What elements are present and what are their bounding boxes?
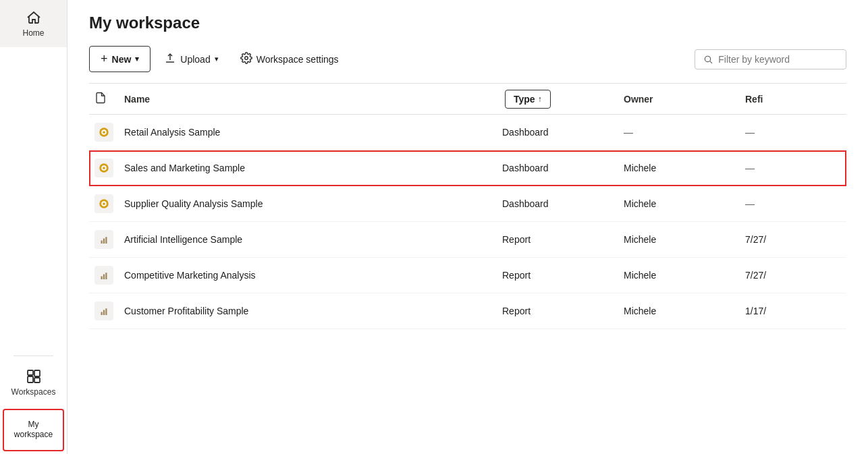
my-workspace-label: My workspace [9, 420, 57, 441]
page-title: My workspace [89, 13, 846, 32]
svg-rect-23 [101, 277, 103, 280]
chevron-down-icon: ▾ [135, 55, 139, 63]
svg-rect-29 [105, 308, 107, 315]
row-icon-cell [89, 258, 119, 293]
row-owner: Michele [618, 222, 740, 258]
svg-rect-2 [34, 378, 40, 382]
upload-label: Upload [180, 54, 210, 65]
table-row[interactable]: Customer Profitability SampleReportMiche… [89, 293, 846, 329]
svg-rect-0 [28, 376, 33, 382]
upload-button[interactable]: Upload ▾ [156, 47, 226, 72]
table-row[interactable]: Retail Analysis SampleDashboard—— [89, 115, 846, 150]
svg-rect-1 [34, 370, 40, 376]
svg-point-14 [103, 167, 105, 169]
svg-rect-24 [103, 275, 105, 280]
row-owner: — [618, 115, 740, 150]
search-icon [703, 54, 713, 65]
report-icon [94, 266, 113, 285]
row-name: Sales and Marketing Sample [119, 150, 497, 186]
svg-rect-3 [28, 370, 33, 375]
row-type: Dashboard [497, 115, 618, 150]
svg-rect-20 [103, 239, 105, 244]
gear-icon [240, 52, 252, 66]
toolbar: + New ▾ Upload ▾ [89, 46, 846, 84]
row-name: Customer Profitability Sample [119, 293, 497, 329]
table-container: Name Type ↑ Owner Refi [67, 84, 868, 454]
row-name: Competitive Marketing Analysis [119, 258, 497, 293]
row-owner: Michele [618, 150, 740, 186]
row-name: Artificial Intelligence Sample [119, 222, 497, 258]
new-label: New [112, 54, 132, 65]
table-row[interactable]: Artificial Intelligence SampleReportMich… [89, 222, 846, 258]
upload-icon [164, 52, 176, 66]
workspaces-label: Workspaces [11, 387, 56, 397]
home-label: Home [22, 28, 44, 38]
dashboard-icon [94, 159, 113, 177]
col-header-owner: Owner [618, 84, 740, 115]
row-owner: Michele [618, 186, 740, 222]
filter-input[interactable] [718, 54, 838, 65]
row-icon-cell [89, 115, 119, 150]
row-name: Supplier Quality Analysis Sample [119, 186, 497, 222]
filter-input-wrap [695, 49, 846, 69]
main-content: My workspace + New ▾ Upload ▾ [67, 0, 868, 454]
svg-line-8 [710, 61, 712, 63]
workspaces-icon [26, 368, 42, 385]
svg-rect-19 [101, 241, 103, 244]
row-icon-cell [89, 186, 119, 222]
row-refresh: 1/17/ [740, 293, 846, 329]
home-icon [26, 9, 42, 26]
sidebar-divider [13, 356, 53, 356]
row-icon-cell [89, 293, 119, 329]
upload-chevron-icon: ▾ [215, 55, 219, 63]
dashboard-icon [94, 194, 113, 213]
table-row[interactable]: Sales and Marketing SampleDashboardMiche… [89, 150, 846, 186]
row-owner: Michele [618, 293, 740, 329]
row-type: Report [497, 222, 618, 258]
row-type: Dashboard [497, 186, 618, 222]
row-refresh: 7/27/ [740, 258, 846, 293]
type-sort-button[interactable]: Type ↑ [505, 90, 551, 109]
col-header-name: Name [119, 84, 497, 115]
table-header-row: Name Type ↑ Owner Refi [89, 84, 846, 115]
row-type: Report [497, 258, 618, 293]
svg-rect-25 [105, 273, 107, 279]
svg-point-17 [103, 202, 105, 205]
workspace-settings-button[interactable]: Workspace settings [232, 47, 347, 72]
svg-rect-21 [105, 237, 107, 244]
row-icon-cell [89, 222, 119, 258]
table-body: Retail Analysis SampleDashboard—— Sales … [89, 115, 846, 329]
row-refresh: — [740, 150, 846, 186]
row-type: Dashboard [497, 150, 618, 186]
svg-rect-28 [103, 310, 105, 316]
col-header-type: Type ↑ [497, 84, 618, 115]
row-refresh: — [740, 186, 846, 222]
workspace-settings-label: Workspace settings [256, 54, 339, 65]
row-refresh: — [740, 115, 846, 150]
svg-rect-27 [101, 312, 103, 316]
row-name: Retail Analysis Sample [119, 115, 497, 150]
svg-point-11 [103, 131, 105, 134]
row-type: Report [497, 293, 618, 329]
svg-point-6 [244, 57, 248, 60]
sidebar-item-workspaces[interactable]: Workspaces [0, 359, 67, 406]
dashboard-icon [94, 123, 113, 142]
table-row[interactable]: Competitive Marketing AnalysisReportMich… [89, 258, 846, 293]
table-row[interactable]: Supplier Quality Analysis SampleDashboar… [89, 186, 846, 222]
row-icon-cell [89, 150, 119, 186]
svg-point-7 [705, 56, 710, 61]
plus-icon: + [101, 52, 108, 66]
row-owner: Michele [618, 258, 740, 293]
row-refresh: 7/27/ [740, 222, 846, 258]
sidebar: Home Workspaces My workspace [0, 0, 67, 454]
col-header-icon [89, 84, 119, 115]
new-button[interactable]: + New ▾ [89, 46, 151, 72]
sort-arrow-icon: ↑ [538, 94, 542, 104]
report-icon [94, 302, 113, 320]
col-header-refresh: Refi [740, 84, 846, 115]
workspace-table: Name Type ↑ Owner Refi [89, 84, 846, 329]
header: My workspace + New ▾ Upload ▾ [67, 0, 868, 84]
report-icon [94, 230, 113, 249]
sidebar-item-home[interactable]: Home [0, 0, 67, 47]
sidebar-item-my-workspace[interactable]: My workspace [3, 409, 64, 451]
